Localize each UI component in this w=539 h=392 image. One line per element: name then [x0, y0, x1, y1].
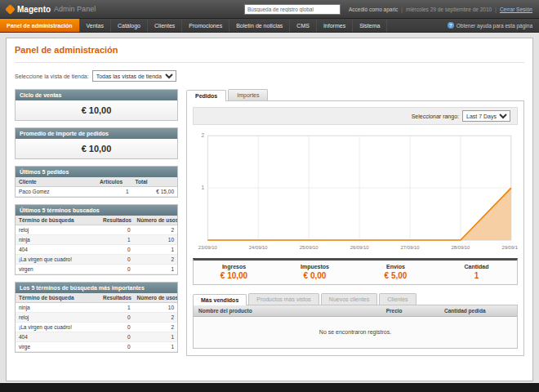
logo-text: Magento	[17, 5, 51, 14]
store-view-select[interactable]: Todas las vistas de tienda	[92, 70, 176, 82]
product-report-tabs: Más vendidosProductos más vistosNuevos c…	[193, 293, 518, 305]
table-cell: ninja	[16, 235, 100, 245]
dashboard-columns: Ciclo de ventas € 10,00 Promedio de impo…	[15, 89, 524, 359]
tab-importes[interactable]: Importes	[228, 89, 268, 100]
table-row[interactable]: ¡La virgen que cuadro!02	[16, 255, 177, 265]
table-cell: 1	[100, 303, 134, 313]
tab-nuevos-clientes[interactable]: Nuevos clientes	[321, 293, 377, 305]
table-cell: 0	[100, 225, 134, 235]
table-cell: 0	[100, 255, 134, 265]
orders-area-chart: 1223/09/1024/09/1025/09/1026/09/1027/09/…	[193, 129, 518, 253]
tab-más-vendidos[interactable]: Más vendidos	[193, 294, 247, 305]
svg-text:1: 1	[202, 185, 205, 190]
tab-pedidos[interactable]: Pedidos	[186, 90, 226, 101]
table-cell: 0	[100, 245, 134, 255]
table-cell: reloj	[16, 225, 100, 235]
totals-bar: Ingresos€ 10,00Impuestos€ 0,00Envíos€ 5,…	[193, 258, 518, 285]
table-row[interactable]: 40401	[16, 332, 177, 342]
table-cell: 2	[134, 323, 177, 332]
table-cell: 2	[134, 225, 177, 235]
table-cell: 404	[16, 245, 100, 255]
svg-text:29/09/10: 29/09/10	[501, 245, 518, 250]
column-header: Cliente	[16, 177, 96, 187]
last-orders-table: ClienteArtículosTotal Paco Gomez1€ 15,00	[16, 177, 177, 197]
column-header: Nombre del producto	[194, 305, 381, 317]
table-row[interactable]: virgen01	[16, 265, 177, 274]
nav-item-catálogo[interactable]: Catálogo	[111, 19, 148, 32]
range-label: Seleccionar rango:	[412, 114, 459, 119]
table-cell: 0	[100, 323, 134, 332]
table-row[interactable]: 40401	[16, 245, 177, 255]
stat-envíos: Envíos€ 5,00	[355, 261, 436, 284]
table-row[interactable]: reloj02	[16, 225, 177, 235]
page-help-link[interactable]: ? Obtener ayuda para esta página	[448, 19, 539, 32]
nav-item-panel-de-administración[interactable]: Panel de administración	[0, 19, 80, 32]
magento-logo: Magento Admin Panel	[7, 5, 96, 14]
column-header: Cantidad pedida	[439, 305, 517, 317]
stat-label: Cantidad	[436, 264, 517, 270]
table-row[interactable]: ninja110	[16, 235, 177, 245]
stat-impuestos: Impuestos€ 0,00	[274, 261, 355, 284]
nav-item-cms[interactable]: CMS	[290, 19, 317, 32]
svg-text:27/09/10: 27/09/10	[401, 245, 421, 250]
session-info: Accedió como aparic | miércoles 29 de se…	[349, 7, 532, 12]
table-cell: ¡La virgen que cuadro!	[16, 255, 100, 265]
table-cell: 404	[16, 332, 100, 342]
table-row[interactable]: ninja110	[16, 303, 177, 313]
nav-item-sistema[interactable]: Sistema	[353, 19, 387, 32]
table-cell: 1	[134, 245, 177, 255]
column-header: Término de búsqueda	[16, 293, 100, 303]
table-header-row: Nombre del productoPrecioCantidad pedida	[194, 305, 517, 317]
stat-label: Envíos	[355, 264, 436, 270]
tab-productos-más-vistos[interactable]: Productos más vistos	[248, 293, 319, 305]
table-row[interactable]: ¡La virgen que cuadro!02	[16, 323, 177, 332]
table-row[interactable]: Paco Gomez1€ 15,00	[16, 187, 177, 197]
help-icon: ?	[448, 22, 454, 29]
tab-clientes[interactable]: Clientes	[379, 293, 416, 305]
global-search-input[interactable]	[244, 4, 341, 15]
svg-text:26/09/10: 26/09/10	[350, 245, 370, 250]
products-grid: Nombre del productoPrecioCantidad pedida…	[193, 305, 518, 349]
table-row[interactable]: virge01	[16, 342, 177, 352]
table-header-row: Término de búsquedaResultadosNúmero de u…	[16, 293, 177, 303]
page-title: Panel de administración	[15, 45, 524, 55]
nav-item-clientes[interactable]: Clientes	[148, 19, 182, 32]
stat-value: 1	[436, 271, 517, 280]
nav-item-ventas[interactable]: Ventas	[80, 19, 111, 32]
svg-text:28/09/10: 28/09/10	[451, 245, 470, 250]
magento-logo-icon	[5, 4, 16, 15]
nav-item-informes[interactable]: Informes	[317, 19, 353, 32]
table-cell: 0	[100, 313, 134, 323]
table-cell: 10	[134, 235, 177, 245]
current-date: miércoles 29 de septiembre de 2010	[406, 7, 492, 12]
logout-link[interactable]: Cerrar Sesión	[500, 7, 532, 12]
svg-text:24/09/10: 24/09/10	[249, 245, 269, 250]
stat-value: € 10,00	[194, 271, 274, 280]
nav-item-promociones[interactable]: Promociones	[182, 19, 229, 32]
table-cell: 2	[134, 255, 177, 265]
range-select[interactable]: Last 7 Days	[462, 110, 510, 122]
stat-value: € 5,00	[355, 271, 436, 280]
top-search-terms-table: Término de búsquedaResultadosNúmero de u…	[16, 293, 177, 352]
last-orders-panel: Últimos 5 pedidos ClienteArtículosTotal …	[15, 166, 178, 198]
content-area: Panel de administración Seleccione la vi…	[6, 38, 533, 381]
panel-title: Los 5 términos de búsqueda más important…	[16, 283, 177, 293]
nav-item-boletín-de-noticias[interactable]: Boletín de noticias	[229, 19, 290, 32]
table-header-row: Término de búsquedaResultadosNúmero de u…	[16, 216, 177, 225]
panel-title: Ciclo de ventas	[16, 90, 177, 100]
left-column: Ciclo de ventas € 10,00 Promedio de impo…	[15, 89, 178, 359]
table-header-row: ClienteArtículosTotal	[16, 177, 177, 187]
table-cell: reloj	[16, 313, 100, 323]
products-table: Nombre del productoPrecioCantidad pedida	[194, 305, 517, 317]
table-cell: 2	[134, 313, 177, 323]
stat-cantidad: Cantidad1	[436, 261, 517, 284]
store-view-label: Seleccione la vista de tienda:	[15, 74, 89, 79]
svg-text:25/09/10: 25/09/10	[300, 245, 319, 250]
column-header: Término de búsqueda	[16, 216, 100, 225]
stat-ingresos: Ingresos€ 10,00	[194, 261, 274, 284]
table-row[interactable]: reloj02	[16, 313, 177, 323]
lifetime-sales-panel: Ciclo de ventas € 10,00	[15, 89, 178, 121]
panel-title: Últimos 5 pedidos	[16, 167, 177, 177]
panel-title: Promedio de importe de pedidos	[16, 128, 177, 139]
table-cell: 1	[100, 235, 134, 245]
